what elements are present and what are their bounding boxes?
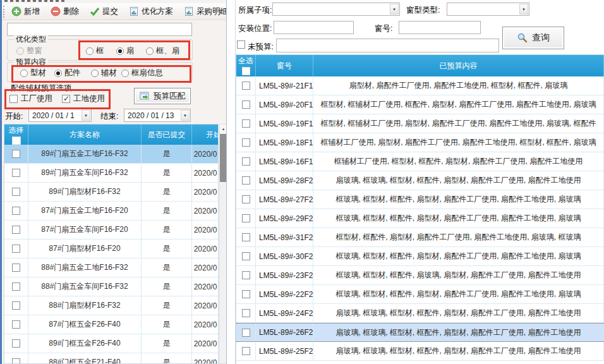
budget-content-option-1[interactable]: 配件 (54, 68, 80, 78)
row-checkbox[interactable] (242, 119, 250, 128)
row-checkbox[interactable] (242, 195, 250, 203)
plans-table-row[interactable]: 88#门扇五金车间F16-F32是2020/0 (4, 277, 218, 296)
query-button[interactable]: 查询 (502, 27, 564, 49)
sub-item-dropdown[interactable]: ▼ (272, 3, 400, 16)
plans-table-row[interactable]: 89#门框五金F26-F40是2020/0 (4, 334, 218, 353)
checkbox-icon[interactable] (62, 95, 70, 103)
row-checkbox[interactable] (242, 329, 250, 337)
panel-splitter[interactable] (226, 0, 236, 364)
windows-table-row[interactable]: LM5L-89#-19F17框型材, 框辅材工厂使用, 扇型材, 扇配件工厂使用… (236, 114, 604, 133)
radio-icon (116, 47, 124, 55)
plans-table-row[interactable]: 89#门扇五金车间F16-F32是2020/0 (4, 164, 218, 183)
plans-table-row[interactable]: 87#门扇五金车间F16-F20是2020/0 (4, 221, 218, 240)
windows-table-row[interactable]: LM5L-89#-22F20框玻璃, 框型材, 框配件, 扇型材, 扇配件工厂使… (236, 285, 604, 304)
plan-submitted-cell: 是 (142, 277, 192, 296)
row-checkbox[interactable] (242, 138, 250, 147)
windows-table-row[interactable]: LM5L-89#-25F23扇玻璃, 框玻璃, 框型材, 框配件, 扇型材, 扇… (236, 342, 604, 361)
optimize-plan-button[interactable]: 优化方案 (126, 5, 176, 18)
row-select-cell (4, 315, 28, 334)
row-checkbox[interactable] (12, 264, 20, 272)
row-checkbox[interactable] (242, 309, 250, 317)
windows-table-row[interactable]: LM5L-89#-16F15框辅材工厂使用, 框型材, 框配件, 扇型材, 扇配… (236, 152, 604, 171)
budget-match-button[interactable]: 预算匹配 (134, 88, 191, 104)
plans-table-row[interactable]: 89#门扇型材F16-F32是2020/0 (4, 183, 218, 202)
row-checkbox[interactable] (242, 271, 250, 279)
row-checkbox[interactable] (12, 169, 20, 177)
plans-table-row[interactable]: 88#门框五金F21-F40是2020/0 (4, 353, 218, 364)
unbudgeted-input[interactable] (276, 39, 499, 52)
windows-table-row[interactable]: LM5L-89#-20F18框型材, 框辅材工厂使用, 框配件, 扇型材, 扇配… (236, 95, 604, 114)
checkbox-icon[interactable] (9, 95, 18, 103)
row-checkbox[interactable] (242, 82, 250, 90)
row-checkbox[interactable] (12, 188, 20, 196)
row-checkbox[interactable] (242, 176, 250, 185)
row-select-cell (4, 164, 28, 182)
select-all-checkbox[interactable] (12, 136, 21, 145)
select-all-checkbox[interactable] (242, 67, 250, 75)
row-checkbox[interactable] (12, 339, 20, 348)
plan-name-input[interactable] (7, 23, 192, 36)
row-checkbox[interactable] (12, 245, 20, 253)
budget-content-option-0[interactable]: 型材 (20, 68, 46, 78)
row-checkbox[interactable] (242, 347, 250, 355)
row-checkbox[interactable] (242, 252, 250, 260)
windows-table-row[interactable]: LM5L-89#-31F29框型材, 框配件, 扇型材, 扇配件工厂使用, 扇配… (236, 228, 604, 247)
row-checkbox[interactable] (12, 320, 20, 329)
windows-table-row[interactable]: LM5L-89#-29F27框玻璃, 框型材, 框配件, 扇型材, 扇配件工厂使… (236, 209, 604, 228)
end-date-picker[interactable]: 2020 / 01 / 13 ▼ (124, 109, 191, 122)
submit-button[interactable]: 提交 (87, 5, 121, 18)
row-checkbox[interactable] (12, 207, 20, 215)
window-type-dropdown[interactable]: ▼ (447, 3, 529, 16)
plans-table-row[interactable]: 87#门框五金F26-F40是2020/0 (4, 315, 218, 334)
radio-icon (20, 70, 28, 77)
row-checkbox[interactable] (12, 358, 20, 364)
add-button[interactable]: 新增 (8, 5, 43, 18)
plans-table-row[interactable]: 87#门扇型材F16-F20是2020/0 (4, 240, 218, 258)
plans-table-row[interactable]: 88#门扇型材F16-F32是2020/0 (4, 296, 218, 315)
row-checkbox[interactable] (242, 214, 250, 222)
optimize-type-option-3[interactable]: 框、扇 (146, 46, 180, 56)
plan-start-cell: 2020/0 (192, 202, 219, 220)
windows-table-row[interactable]: LM5L-89#-24F22扇玻璃, 框玻璃, 框型材, 框配件, 扇型材, 扇… (236, 304, 604, 323)
row-checkbox[interactable] (242, 290, 250, 298)
window-no-input[interactable] (399, 21, 481, 34)
row-checkbox[interactable] (242, 233, 250, 241)
plans-table-row[interactable]: 88#门扇五金工地F16-F32是2020/0 (4, 258, 218, 277)
row-select-cell (236, 114, 256, 133)
budgeted-content-cell: 扇玻璃, 框玻璃, 框型材, 框配件, 扇型材, 扇配件工厂使用, 扇配件工地使… (313, 171, 604, 190)
windows-table-row[interactable]: LM5L-89#-30F28框玻璃, 框型材, 框配件, 扇型材, 扇配件工厂使… (236, 247, 604, 266)
windows-table-row[interactable]: LM5L-89#-23F21框玻璃, 框型材, 框配件, 扇玻璃, 扇型材, 扇… (236, 266, 604, 285)
chevron-down-icon[interactable]: ▼ (82, 110, 90, 121)
toolbar-overflow-button[interactable]: ▼ (217, 7, 225, 18)
windows-table-row[interactable]: LM5L-89#-18F16框辅材工厂使用, 扇型材, 扇配件工厂使用, 扇配件… (236, 133, 604, 152)
row-checkbox[interactable] (12, 282, 20, 291)
chevron-down-icon[interactable]: ▼ (390, 4, 399, 15)
windows-table-row[interactable]: LM5L-89#-26F24扇玻璃, 框玻璃, 框型材, 框配件, 扇型材, 扇… (236, 323, 604, 342)
row-checkbox[interactable] (12, 226, 20, 234)
chevron-down-icon[interactable]: ▼ (181, 110, 190, 121)
windows-table-row[interactable]: LM5L-89#-21F19扇型材, 扇配件工厂使用, 扇配件工地使用, 框型材… (236, 76, 604, 95)
start-date-picker[interactable]: 2020 / 01 / 1 ▼ (28, 109, 92, 122)
row-select-cell (4, 277, 28, 296)
plans-table-row[interactable]: 89#门扇五金工地F16-F32是2020/0 (4, 145, 218, 164)
delete-button[interactable]: 删除 (47, 5, 82, 18)
optimize-type-option-1[interactable]: 框 (86, 46, 104, 56)
optimize-type-option-2[interactable]: 扇 (116, 46, 135, 56)
unbudgeted-checkbox[interactable] (237, 40, 245, 49)
windows-table-row[interactable]: LM5L-89#-27F25框玻璃, 框型材, 框配件, 扇型材, 扇配件工厂使… (236, 190, 604, 209)
chevron-down-icon[interactable]: ▼ (519, 4, 528, 15)
query-button-label: 查询 (532, 32, 550, 44)
row-checkbox[interactable] (242, 100, 250, 109)
plan-name-cell: 89#门扇五金车间F16-F32 (28, 164, 142, 182)
windows-table-row[interactable]: LM5L-89#-28F26扇玻璃, 框玻璃, 框型材, 框配件, 扇型材, 扇… (236, 171, 604, 190)
row-checkbox[interactable] (12, 301, 20, 310)
row-checkbox[interactable] (242, 157, 250, 166)
budget-content-option-3[interactable]: 框扇信息 (121, 68, 163, 78)
budget-content-option-2[interactable]: 辅材 (91, 68, 117, 78)
usage-checkbox-item-1[interactable]: 工地使用 (62, 94, 105, 104)
install-position-input[interactable] (274, 21, 354, 34)
row-checkbox[interactable] (12, 150, 20, 158)
usage-checkbox-item-0[interactable]: 工厂使用 (9, 94, 52, 104)
plans-table-row[interactable]: 87#门扇五金工地F16-F20是2020/0 (4, 202, 218, 221)
end-date-value: 2020 / 01 / 13 (128, 111, 180, 120)
